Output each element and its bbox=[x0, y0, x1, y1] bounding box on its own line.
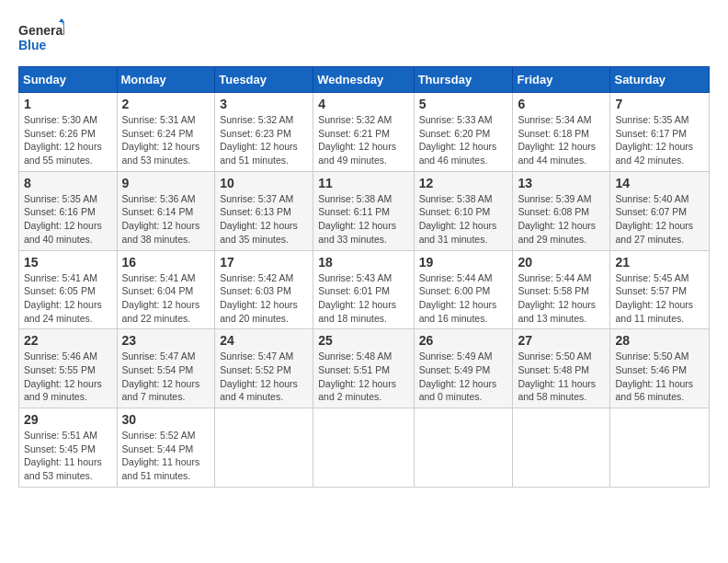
day-number: 28 bbox=[615, 333, 704, 348]
day-info: Sunrise: 5:45 AMSunset: 5:57 PMDaylight:… bbox=[615, 271, 704, 326]
calendar-cell: 24 Sunrise: 5:47 AMSunset: 5:52 PMDaylig… bbox=[215, 329, 313, 408]
day-info: Sunrise: 5:35 AMSunset: 6:17 PMDaylight:… bbox=[615, 113, 704, 167]
day-number: 5 bbox=[419, 97, 508, 111]
calendar-cell: 13 Sunrise: 5:39 AMSunset: 6:08 PMDaylig… bbox=[513, 171, 610, 250]
day-number: 18 bbox=[318, 255, 408, 270]
day-info: Sunrise: 5:44 AMSunset: 6:00 PMDaylight:… bbox=[419, 271, 508, 326]
day-number: 10 bbox=[220, 176, 308, 190]
calendar-cell: 29 Sunrise: 5:51 AMSunset: 5:45 PMDaylig… bbox=[19, 408, 118, 488]
day-info: Sunrise: 5:47 AMSunset: 5:54 PMDaylight:… bbox=[122, 350, 210, 404]
day-number: 9 bbox=[122, 176, 210, 190]
svg-text:Blue: Blue bbox=[18, 38, 47, 52]
day-number: 15 bbox=[24, 255, 112, 270]
week-row-5: 29 Sunrise: 5:51 AMSunset: 5:45 PMDaylig… bbox=[19, 408, 710, 488]
day-number: 3 bbox=[220, 97, 308, 111]
day-info: Sunrise: 5:48 AMSunset: 5:51 PMDaylight:… bbox=[318, 350, 408, 404]
day-number: 7 bbox=[615, 97, 704, 111]
day-info: Sunrise: 5:47 AMSunset: 5:52 PMDaylight:… bbox=[220, 350, 308, 404]
day-number: 25 bbox=[318, 333, 408, 348]
calendar-cell: 15 Sunrise: 5:41 AMSunset: 6:05 PMDaylig… bbox=[19, 250, 118, 329]
calendar-cell: 21 Sunrise: 5:45 AMSunset: 5:57 PMDaylig… bbox=[610, 250, 710, 329]
calendar-cell: 18 Sunrise: 5:43 AMSunset: 6:01 PMDaylig… bbox=[313, 250, 414, 329]
day-info: Sunrise: 5:42 AMSunset: 6:03 PMDaylight:… bbox=[220, 271, 308, 326]
calendar-cell bbox=[414, 408, 513, 488]
calendar-cell: 14 Sunrise: 5:40 AMSunset: 6:07 PMDaylig… bbox=[610, 171, 710, 250]
day-info: Sunrise: 5:32 AMSunset: 6:21 PMDaylight:… bbox=[318, 113, 408, 167]
day-number: 4 bbox=[318, 97, 408, 111]
calendar-cell bbox=[313, 408, 414, 488]
calendar-cell: 3 Sunrise: 5:32 AMSunset: 6:23 PMDayligh… bbox=[215, 93, 313, 172]
day-info: Sunrise: 5:39 AMSunset: 6:08 PMDaylight:… bbox=[518, 192, 605, 247]
calendar-cell: 30 Sunrise: 5:52 AMSunset: 5:44 PMDaylig… bbox=[117, 408, 215, 488]
day-number: 1 bbox=[24, 97, 112, 111]
calendar-cell: 23 Sunrise: 5:47 AMSunset: 5:54 PMDaylig… bbox=[117, 329, 215, 408]
day-info: Sunrise: 5:38 AMSunset: 6:11 PMDaylight:… bbox=[318, 192, 408, 247]
day-number: 23 bbox=[122, 333, 210, 348]
day-number: 2 bbox=[122, 97, 210, 111]
day-info: Sunrise: 5:36 AMSunset: 6:14 PMDaylight:… bbox=[122, 192, 210, 247]
day-number: 29 bbox=[24, 412, 112, 427]
day-number: 21 bbox=[615, 255, 704, 270]
col-header-wednesday: Wednesday bbox=[313, 67, 414, 93]
week-row-1: 1 Sunrise: 5:30 AMSunset: 6:26 PMDayligh… bbox=[19, 93, 710, 172]
week-row-2: 8 Sunrise: 5:35 AMSunset: 6:16 PMDayligh… bbox=[19, 171, 710, 250]
day-number: 27 bbox=[518, 333, 605, 348]
day-number: 8 bbox=[24, 176, 112, 190]
day-info: Sunrise: 5:41 AMSunset: 6:04 PMDaylight:… bbox=[122, 271, 210, 326]
day-number: 17 bbox=[220, 255, 308, 270]
calendar-cell: 16 Sunrise: 5:41 AMSunset: 6:04 PMDaylig… bbox=[117, 250, 215, 329]
svg-text:General: General bbox=[18, 23, 64, 38]
day-info: Sunrise: 5:44 AMSunset: 5:58 PMDaylight:… bbox=[518, 271, 605, 326]
col-header-monday: Monday bbox=[117, 67, 215, 93]
day-number: 12 bbox=[419, 176, 508, 190]
day-info: Sunrise: 5:50 AMSunset: 5:48 PMDaylight:… bbox=[518, 350, 605, 404]
calendar-cell: 7 Sunrise: 5:35 AMSunset: 6:17 PMDayligh… bbox=[610, 93, 710, 172]
day-info: Sunrise: 5:37 AMSunset: 6:13 PMDaylight:… bbox=[220, 192, 308, 247]
svg-marker-2 bbox=[59, 18, 64, 22]
calendar-cell: 10 Sunrise: 5:37 AMSunset: 6:13 PMDaylig… bbox=[215, 171, 313, 250]
day-number: 20 bbox=[518, 255, 605, 270]
calendar-cell: 20 Sunrise: 5:44 AMSunset: 5:58 PMDaylig… bbox=[513, 250, 610, 329]
col-header-friday: Friday bbox=[513, 67, 610, 93]
calendar-cell: 28 Sunrise: 5:50 AMSunset: 5:46 PMDaylig… bbox=[610, 329, 710, 408]
col-header-tuesday: Tuesday bbox=[215, 67, 313, 93]
day-info: Sunrise: 5:35 AMSunset: 6:16 PMDaylight:… bbox=[24, 192, 112, 247]
day-number: 26 bbox=[419, 333, 508, 348]
calendar-cell: 17 Sunrise: 5:42 AMSunset: 6:03 PMDaylig… bbox=[215, 250, 313, 329]
day-number: 16 bbox=[122, 255, 210, 270]
calendar-cell: 25 Sunrise: 5:48 AMSunset: 5:51 PMDaylig… bbox=[313, 329, 414, 408]
day-number: 19 bbox=[419, 255, 508, 270]
week-row-4: 22 Sunrise: 5:46 AMSunset: 5:55 PMDaylig… bbox=[19, 329, 710, 408]
col-header-thursday: Thursday bbox=[414, 67, 513, 93]
calendar-cell: 26 Sunrise: 5:49 AMSunset: 5:49 PMDaylig… bbox=[414, 329, 513, 408]
logo-svg: General Blue bbox=[18, 18, 64, 59]
calendar-table: SundayMondayTuesdayWednesdayThursdayFrid… bbox=[18, 66, 710, 488]
calendar-cell: 6 Sunrise: 5:34 AMSunset: 6:18 PMDayligh… bbox=[513, 93, 610, 172]
day-info: Sunrise: 5:40 AMSunset: 6:07 PMDaylight:… bbox=[615, 192, 704, 247]
calendar-cell: 19 Sunrise: 5:44 AMSunset: 6:00 PMDaylig… bbox=[414, 250, 513, 329]
day-number: 11 bbox=[318, 176, 408, 190]
day-number: 13 bbox=[518, 176, 605, 190]
calendar-cell: 1 Sunrise: 5:30 AMSunset: 6:26 PMDayligh… bbox=[19, 93, 118, 172]
calendar-cell: 8 Sunrise: 5:35 AMSunset: 6:16 PMDayligh… bbox=[19, 171, 118, 250]
col-header-sunday: Sunday bbox=[19, 67, 118, 93]
day-number: 24 bbox=[220, 333, 308, 348]
day-info: Sunrise: 5:51 AMSunset: 5:45 PMDaylight:… bbox=[24, 429, 112, 483]
day-info: Sunrise: 5:52 AMSunset: 5:44 PMDaylight:… bbox=[122, 429, 210, 483]
calendar-cell bbox=[513, 408, 610, 488]
calendar-cell: 4 Sunrise: 5:32 AMSunset: 6:21 PMDayligh… bbox=[313, 93, 414, 172]
calendar-cell: 12 Sunrise: 5:38 AMSunset: 6:10 PMDaylig… bbox=[414, 171, 513, 250]
day-info: Sunrise: 5:33 AMSunset: 6:20 PMDaylight:… bbox=[419, 113, 508, 167]
day-info: Sunrise: 5:50 AMSunset: 5:46 PMDaylight:… bbox=[615, 350, 704, 404]
header-row: SundayMondayTuesdayWednesdayThursdayFrid… bbox=[19, 67, 710, 93]
week-row-3: 15 Sunrise: 5:41 AMSunset: 6:05 PMDaylig… bbox=[19, 250, 710, 329]
day-number: 6 bbox=[518, 97, 605, 111]
day-info: Sunrise: 5:30 AMSunset: 6:26 PMDaylight:… bbox=[24, 113, 112, 167]
day-info: Sunrise: 5:31 AMSunset: 6:24 PMDaylight:… bbox=[122, 113, 210, 167]
calendar-cell: 9 Sunrise: 5:36 AMSunset: 6:14 PMDayligh… bbox=[117, 171, 215, 250]
calendar-cell: 2 Sunrise: 5:31 AMSunset: 6:24 PMDayligh… bbox=[117, 93, 215, 172]
calendar-cell bbox=[215, 408, 313, 488]
day-info: Sunrise: 5:38 AMSunset: 6:10 PMDaylight:… bbox=[419, 192, 508, 247]
day-number: 22 bbox=[24, 333, 112, 348]
day-number: 30 bbox=[122, 412, 210, 427]
